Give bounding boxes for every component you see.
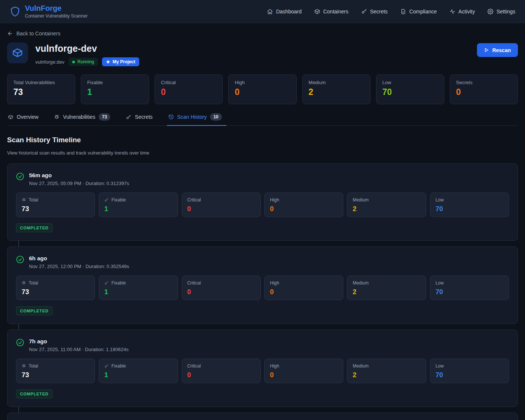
page-title: vulnforge-dev <box>35 43 139 54</box>
key-icon <box>126 114 131 120</box>
tab-scan-history[interactable]: Scan History 10 <box>168 113 223 125</box>
nav-item-compliance[interactable]: Compliance <box>400 9 437 15</box>
key-icon <box>361 9 367 15</box>
project-badge-label: My Project <box>113 59 136 64</box>
mini-stat-low: Low 70 <box>430 276 509 300</box>
scan-stats-grid: Total 73 Fixable 1 Critical 0 High 0 Med… <box>16 359 509 383</box>
tab-secrets[interactable]: Secrets <box>125 113 153 125</box>
tab-label: Overview <box>17 114 38 120</box>
nav-label: Dashboard <box>276 9 302 15</box>
mini-stat-total: Total 73 <box>16 359 95 383</box>
status-badge: COMPLETED <box>16 306 52 315</box>
mini-stat-value: 0 <box>270 371 338 379</box>
mini-stat-value: 73 <box>22 205 89 213</box>
stat-value: 70 <box>382 87 438 97</box>
mini-stat-label: Total <box>29 363 38 369</box>
tab-vulnerabilities[interactable]: Vulnerabilities 73 <box>53 113 111 125</box>
scan-history-timeline: 56m ago Nov 27, 2025, 05:09 PM · Duratio… <box>7 163 518 420</box>
stat-value: 1 <box>87 87 143 97</box>
stat-value: 0 <box>456 87 512 97</box>
mini-stat-value: 73 <box>22 371 89 379</box>
scan-stats-grid: Total 73 Fixable 1 Critical 0 High 0 Med… <box>16 276 509 300</box>
container-image-name: vulnforge:dev <box>35 59 64 65</box>
mini-stat-value: 73 <box>22 288 89 296</box>
nav-label: Containers <box>323 9 349 15</box>
play-icon <box>484 48 489 52</box>
mini-stat-medium: Medium 2 <box>347 276 426 300</box>
mini-stat-value: 0 <box>187 371 255 379</box>
stat-label: Total Vulnerabilities <box>13 80 69 85</box>
nav-label: Settings <box>496 9 515 15</box>
activity-icon <box>449 9 455 15</box>
home-icon <box>267 9 273 15</box>
arrow-left-icon <box>7 31 13 36</box>
mini-stat-label: Low <box>436 280 444 286</box>
scan-datetime: Nov 27, 2025, 11:00 AM · Duration: 1.180… <box>29 347 128 352</box>
cube-icon <box>8 114 13 120</box>
main-content: Back to Containers vulnforge-dev vulnfor… <box>0 31 525 420</box>
rescan-button[interactable]: Rescan <box>477 43 518 57</box>
star-icon: ★ <box>106 59 110 64</box>
stat-label: High <box>235 80 290 85</box>
stat-card-total: Total Vulnerabilities 73 <box>7 74 75 104</box>
timeline-connector <box>18 324 19 330</box>
scan-history-card: 56m ago Nov 27, 2025, 05:09 PM · Duratio… <box>7 163 518 241</box>
mini-stat-value: 0 <box>187 288 255 296</box>
stat-card-fixable: Fixable 1 <box>81 74 149 104</box>
mini-stat-label: Total <box>29 280 38 286</box>
scan-datetime: Nov 27, 2025, 12:00 PM · Duration: 0.352… <box>29 264 129 269</box>
mini-stat-label: Fixable <box>111 280 126 286</box>
mini-stat-fixable: Fixable 1 <box>99 276 178 300</box>
stat-card-secrets: Secrets 0 <box>450 74 518 104</box>
status-badge-running: Running <box>69 58 98 66</box>
project-badge[interactable]: ★ My Project <box>102 57 139 66</box>
nav-item-activity[interactable]: Activity <box>449 9 475 15</box>
stat-label: Low <box>382 80 438 85</box>
stat-card-low: Low 70 <box>376 74 444 104</box>
key-icon <box>104 364 109 368</box>
tab-label: Scan History <box>177 114 207 120</box>
mini-stat-total: Total 73 <box>16 276 95 300</box>
stat-card-high: High 0 <box>228 74 296 104</box>
mini-stat-value: 1 <box>104 371 172 379</box>
stat-card-critical: Critical 0 <box>155 74 223 104</box>
mini-stat-label: Medium <box>353 280 369 286</box>
tab-label: Vulnerabilities <box>63 114 95 120</box>
mini-stat-fixable: Fixable 1 <box>99 359 178 383</box>
history-icon <box>168 114 174 120</box>
stat-label: Fixable <box>87 80 143 85</box>
stat-value: 0 <box>161 87 216 97</box>
nav-item-dashboard[interactable]: Dashboard <box>267 9 302 15</box>
check-circle-icon <box>16 172 24 181</box>
stat-label: Medium <box>309 80 364 85</box>
stat-value: 0 <box>235 87 290 97</box>
stat-label: Critical <box>161 80 216 85</box>
mini-stat-medium: Medium 2 <box>347 359 426 383</box>
nav-label: Compliance <box>409 9 437 15</box>
nav-label: Secrets <box>370 9 388 15</box>
timeline-connector <box>18 407 19 413</box>
mini-stat-value: 2 <box>353 371 420 379</box>
tab-overview[interactable]: Overview <box>7 113 39 125</box>
stat-card-medium: Medium 2 <box>302 74 370 104</box>
status-badge: COMPLETED <box>16 389 52 398</box>
nav-item-secrets[interactable]: Secrets <box>361 9 388 15</box>
mini-stat-label: High <box>270 363 279 369</box>
mini-stat-critical: Critical 0 <box>182 276 261 300</box>
mini-stat-label: Medium <box>353 363 369 369</box>
top-bar: VulnForge Container Vulnerability Scanne… <box>0 0 525 23</box>
mini-stat-label: Medium <box>353 197 369 203</box>
back-to-containers-link[interactable]: Back to Containers <box>7 31 60 36</box>
container-meta: vulnforge:dev Running ★ My Project <box>35 57 139 66</box>
tab-count-badge: 73 <box>99 113 110 121</box>
nav-item-settings[interactable]: Settings <box>487 9 515 15</box>
container-icon <box>314 9 320 15</box>
scan-time-ago: 7h ago <box>29 338 128 344</box>
mini-stat-label: High <box>270 197 279 203</box>
mini-stat-label: Fixable <box>111 197 126 203</box>
container-header: vulnforge-dev vulnforge:dev Running ★ My… <box>7 42 518 66</box>
stat-label: Secrets <box>456 80 512 85</box>
nav-item-containers[interactable]: Containers <box>314 9 349 15</box>
scan-history-card: 14h ago <box>7 413 518 420</box>
mini-stat-total: Total 73 <box>16 192 95 217</box>
